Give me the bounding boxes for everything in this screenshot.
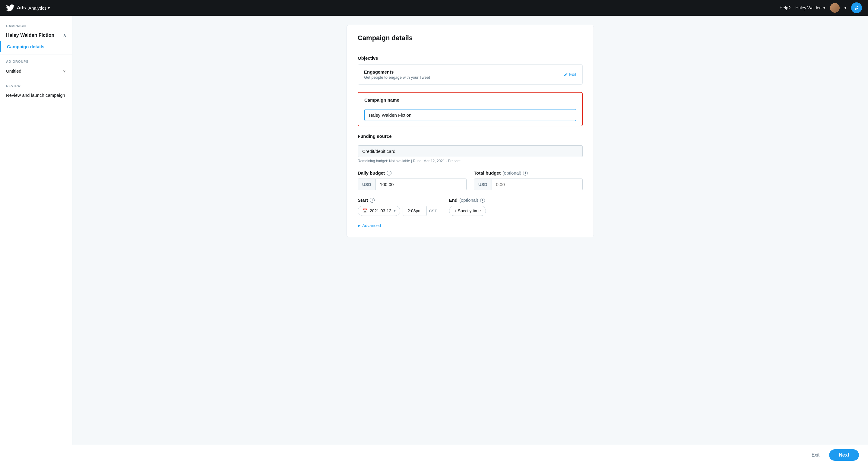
- avatar[interactable]: [830, 3, 840, 13]
- sidebar-item-campaign-details[interactable]: Campaign details: [0, 41, 72, 52]
- main-layout: CAMPAIGN Haley Walden Fiction ∧ Campaign…: [0, 16, 868, 445]
- total-budget-field: Total budget (optional) i USD: [474, 170, 583, 190]
- ad-groups-section-label: AD GROUPS: [0, 57, 72, 65]
- advanced-section: ▶ Advanced: [358, 223, 583, 228]
- advanced-label: Advanced: [362, 223, 381, 228]
- daily-budget-info-icon[interactable]: i: [386, 171, 392, 176]
- sidebar-untitled-chevron-icon: ∨: [63, 68, 66, 73]
- funding-source-section: Funding source Credit/debit card Remaini…: [358, 133, 583, 163]
- topnav-right: Help? Haley Walden ▾ ▾: [780, 2, 862, 13]
- funding-source-select[interactable]: Credit/debit card: [358, 145, 583, 157]
- end-label: End (optional) i: [449, 197, 486, 203]
- daily-budget-currency: USD: [358, 179, 376, 190]
- brand-label: Ads: [17, 5, 26, 10]
- avatar-chevron-icon: ▾: [844, 6, 846, 10]
- start-date-chevron-icon: ▾: [394, 209, 396, 213]
- start-date-value: 2021-03-12: [370, 208, 392, 213]
- campaign-name-section: Campaign name: [358, 92, 583, 126]
- total-budget-label: Total budget (optional) i: [474, 170, 583, 176]
- edit-label: Edit: [569, 72, 576, 77]
- sidebar-campaign-chevron-icon: ∧: [63, 33, 66, 38]
- campaign-section-label: CAMPAIGN: [0, 22, 72, 30]
- daily-budget-label: Daily budget i: [358, 170, 467, 176]
- objective-box: Engagements Get people to engage with yo…: [358, 64, 583, 85]
- objective-section-label: Objective: [358, 56, 583, 61]
- start-date-button[interactable]: 📅 2021-03-12 ▾: [358, 206, 400, 216]
- daily-budget-field: Daily budget i USD: [358, 170, 467, 190]
- help-link[interactable]: Help?: [780, 5, 791, 10]
- specify-time-label: + Specify time: [454, 208, 481, 213]
- objective-info: Engagements Get people to engage with yo…: [364, 69, 430, 80]
- sidebar-item-review[interactable]: Review and launch campaign: [0, 90, 72, 101]
- analytics-chevron-icon: ▾: [48, 5, 50, 10]
- start-label: Start i: [358, 197, 437, 203]
- sidebar-divider: [0, 55, 72, 55]
- user-name-label: Haley Walden: [795, 5, 822, 10]
- analytics-label: Analytics: [28, 5, 46, 10]
- end-info-icon[interactable]: i: [480, 198, 485, 203]
- analytics-button[interactable]: Analytics ▾: [26, 4, 53, 12]
- card-title: Campaign details: [358, 34, 583, 48]
- total-budget-input: USD: [474, 179, 583, 190]
- advanced-toggle-button[interactable]: ▶ Advanced: [358, 223, 381, 228]
- datetime-row: Start i 📅 2021-03-12 ▾ CST: [358, 197, 583, 216]
- topnav: Ads Analytics ▾ Help? Haley Walden ▾ ▾: [0, 0, 868, 16]
- review-section-label: REVIEW: [0, 82, 72, 90]
- sidebar-untitled-text: Untitled: [6, 68, 22, 73]
- user-section[interactable]: Haley Walden ▾: [795, 5, 825, 10]
- edit-objective-button[interactable]: Edit: [564, 72, 576, 77]
- calendar-icon: 📅: [362, 208, 367, 213]
- objective-name: Engagements: [364, 69, 430, 74]
- brand-logo: Ads: [6, 4, 26, 12]
- start-tz-label: CST: [429, 209, 437, 213]
- compose-button[interactable]: [851, 2, 862, 13]
- sidebar: CAMPAIGN Haley Walden Fiction ∧ Campaign…: [0, 16, 72, 445]
- daily-budget-value[interactable]: [376, 179, 466, 190]
- next-button[interactable]: Next: [829, 449, 859, 461]
- start-field: Start i 📅 2021-03-12 ▾ CST: [358, 197, 437, 216]
- campaign-name-input[interactable]: [364, 109, 576, 121]
- start-controls: 📅 2021-03-12 ▾ CST: [358, 206, 437, 216]
- sidebar-divider-2: [0, 79, 72, 79]
- advanced-arrow-icon: ▶: [358, 223, 361, 228]
- end-field: End (optional) i + Specify time: [449, 197, 486, 216]
- user-chevron-icon: ▾: [824, 6, 825, 10]
- daily-budget-input: USD: [358, 179, 467, 190]
- sidebar-campaign-name[interactable]: Haley Walden Fiction ∧: [0, 30, 72, 41]
- total-budget-value[interactable]: [492, 179, 582, 190]
- start-time-input[interactable]: [403, 206, 427, 216]
- edit-icon: [564, 72, 568, 76]
- funding-source-label: Funding source: [358, 133, 583, 139]
- sidebar-ad-group[interactable]: Untitled ∨: [0, 65, 72, 76]
- start-info-icon[interactable]: i: [370, 198, 375, 203]
- end-controls: + Specify time: [449, 206, 486, 216]
- avatar-image: [830, 3, 840, 13]
- twitter-bird-icon: [6, 4, 14, 12]
- total-budget-info-icon[interactable]: i: [523, 171, 528, 176]
- exit-button[interactable]: Exit: [807, 450, 825, 460]
- campaign-details-card: Campaign details Objective Engagements G…: [346, 25, 594, 237]
- sidebar-campaign-name-text: Haley Walden Fiction: [6, 33, 54, 38]
- objective-desc: Get people to engage with your Tweet: [364, 75, 430, 80]
- funding-note: Remaining budget: Not available | Runs: …: [358, 159, 583, 163]
- campaign-name-label: Campaign name: [364, 97, 576, 102]
- total-budget-currency: USD: [474, 179, 492, 190]
- compose-icon: [854, 5, 859, 10]
- content-area: Campaign details Objective Engagements G…: [72, 16, 868, 445]
- budget-row: Daily budget i USD Total budget (optiona…: [358, 170, 583, 190]
- bottom-bar: Exit Next: [0, 445, 868, 465]
- specify-time-button[interactable]: + Specify time: [449, 206, 486, 216]
